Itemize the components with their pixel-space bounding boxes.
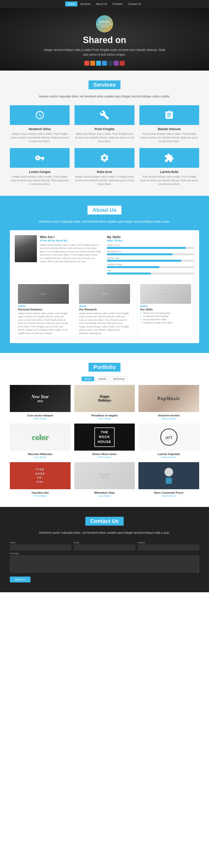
contact-section: Contact Us Hendrerit auctor vulputate do… (0, 507, 209, 592)
hero-section: Detroit's PORTFOLIO HTML TEMPLATE Shared… (0, 8, 209, 70)
portfolio-thumb-1[interactable]: New Year 2013 (10, 385, 70, 412)
personal-solutions-image: photo (18, 284, 69, 304)
clock-icon (35, 110, 45, 120)
portfolio-cat-3: Mascot design (139, 417, 199, 420)
contact-title: Contact Us (85, 517, 124, 526)
subject-input[interactable] (138, 545, 199, 550)
message-label: Message (10, 552, 199, 555)
portfolio-item-9: Nunc Commodo Purus Mascot design (139, 462, 199, 497)
service-card-6: Lacinia Nulla Proin lacinia tristique nu… (140, 148, 199, 186)
service-desc-4: Integer lacinia tristique nulla a mattis… (10, 175, 69, 186)
form-group-message: Message (10, 552, 199, 574)
our-research-image: photo (79, 284, 130, 304)
portfolio-cat-1: Photo design (10, 417, 70, 420)
service-desc-3: Proin lacinia tristique nulla a mattis. … (140, 132, 199, 143)
nav-home[interactable]: Home (65, 1, 77, 6)
portfolio-item-8: decorativepattern Bibendum Vitae Logo de… (74, 462, 135, 497)
service-title-5: Nulla Iurus (74, 170, 134, 174)
about-who: Who Am I A Few Words About Me... Integer… (15, 235, 102, 276)
portfolio-title-1: Cum sociis natoque (10, 414, 70, 417)
subject-label: Subject (138, 541, 199, 544)
service-icon-box-3 (140, 105, 199, 125)
portfolio-thumb-5[interactable]: THEROCKHOUSE (74, 424, 135, 451)
social-icon-2[interactable] (90, 61, 95, 66)
skill-label-3: jQuery / Ajax (107, 257, 194, 259)
social-icon-3[interactable] (96, 61, 101, 66)
contact-subtitle: Hendrerit auctor vulputate dolor, vel he… (10, 531, 199, 535)
skill-item-4: Wordpress Design with Latest (140, 321, 191, 324)
service-icon-box-4 (10, 148, 69, 168)
skill-label-5: Php (107, 270, 194, 272)
portfolio-title-8: Bibendum Vitae (74, 491, 135, 494)
about-card-personal: photo Personal Solutions Integer lacinia… (15, 281, 72, 338)
skill-item-1: Html5 and Css3 typography (140, 312, 191, 314)
our-research-title: Our Research (79, 308, 130, 311)
about-card-research: photo Our Research Integer lacinia trist… (76, 281, 133, 338)
filter-design[interactable]: design (82, 377, 94, 381)
portfolio-cat-6: Mascot design (139, 456, 199, 459)
form-group-subject: Subject (138, 541, 199, 550)
services-grid: Hendrerit Tellus Integer lacinia tristiq… (10, 105, 199, 186)
nav-about[interactable]: About Us (94, 1, 110, 6)
skill-row-2: Wordpress 5% (107, 250, 194, 255)
service-icon-box-1 (10, 105, 69, 125)
social-icon-4[interactable] (102, 61, 107, 66)
personal-solutions-title: Personal Solutions (18, 308, 69, 311)
form-group-name: Name (10, 541, 71, 550)
filter-website[interactable]: website (95, 377, 109, 381)
nav-contact[interactable]: Contact Us (125, 1, 144, 6)
service-card-5: Nulla Iurus Integer lacinia tristique nu… (74, 148, 134, 186)
service-title-1: Hendrerit Tellus (10, 127, 69, 131)
name-label: Name (10, 541, 71, 544)
portfolio-thumb-4[interactable]: color (10, 424, 70, 451)
skill-row-3: jQuery / Ajax (107, 257, 194, 262)
social-icon-1[interactable] (84, 61, 89, 66)
name-input[interactable] (10, 545, 71, 550)
services-title: Services (89, 81, 121, 89)
portfolio-thumb-7[interactable]: TYPEGOESVO-CAL (10, 462, 70, 489)
hero-description: Integer lacinia tristique nulla a mattis… (43, 48, 166, 57)
portfolio-title-9: Nunc Commodo Purus (139, 491, 199, 494)
social-icon-5[interactable] (108, 61, 113, 66)
service-icon-box-6 (140, 148, 199, 168)
service-title-4: Luctus Congue (10, 170, 69, 174)
filter-photoshop[interactable]: photoshop (111, 377, 127, 381)
nav-services[interactable]: Services (78, 1, 93, 6)
portfolio-item-3: PopMusic Arturient montes Mascot design (139, 385, 199, 420)
our-skills-image: photo (140, 284, 191, 304)
portfolio-cat-4: Logo design (10, 456, 70, 459)
portfolio-cat-9: Mascot design (139, 495, 199, 497)
service-desc-6: Proin lacinia tristique nulla a mattis. … (140, 175, 199, 186)
hero-title: Shared on (5, 35, 204, 45)
message-textarea[interactable] (10, 555, 199, 572)
social-icon-7[interactable] (120, 61, 125, 66)
nav-portfolio[interactable]: Portfolio (110, 1, 125, 6)
services-section: Services Aenean auctor vulputate dolor, … (0, 70, 209, 195)
portfolio-cat-7: Photo design (10, 495, 70, 497)
email-input[interactable] (74, 545, 135, 550)
social-icon-6[interactable] (114, 61, 119, 66)
skill-row-1: Html5 / Css3 (107, 244, 194, 249)
about-section: About Us Hendrerit auctor vulputate dolo… (0, 196, 209, 353)
send-button[interactable]: Send It » (10, 577, 30, 583)
service-title-3: Blandit Vehicula (140, 127, 199, 131)
portfolio-grid: New Year 2013 Cum sociis natoque Photo d… (10, 385, 199, 497)
portfolio-cat-8: Logo design (74, 495, 135, 497)
navigation: Home Services About Us Portfolio Contact… (0, 0, 209, 8)
service-title-6: Lacinia Nulla (140, 170, 199, 174)
about-inner: Who Am I A Few Words About Me... Integer… (10, 230, 199, 343)
portfolio-thumb-6[interactable]: art (139, 424, 199, 451)
portfolio-cat-2: Photo design (74, 417, 135, 420)
service-icon-box-5 (74, 148, 134, 168)
portfolio-thumb-8[interactable]: decorativepattern (74, 462, 135, 489)
portfolio-thumb-3[interactable]: PopMusic (139, 385, 199, 412)
about-who-text: Who Am I A Few Words About Me... Integer… (40, 235, 102, 276)
about-top: Who Am I A Few Words About Me... Integer… (15, 235, 194, 276)
email-label: Email (74, 541, 135, 544)
portfolio-title: Portfolio (89, 363, 120, 372)
service-title-2: Proin Fringilla (74, 127, 134, 131)
portfolio-thumb-2[interactable]: HappyHolidays (74, 385, 135, 412)
portfolio-thumb-9[interactable] (139, 462, 199, 489)
form-group-email: Email (74, 541, 135, 550)
portfolio-item-1: New Year 2013 Cum sociis natoque Photo d… (10, 385, 70, 420)
